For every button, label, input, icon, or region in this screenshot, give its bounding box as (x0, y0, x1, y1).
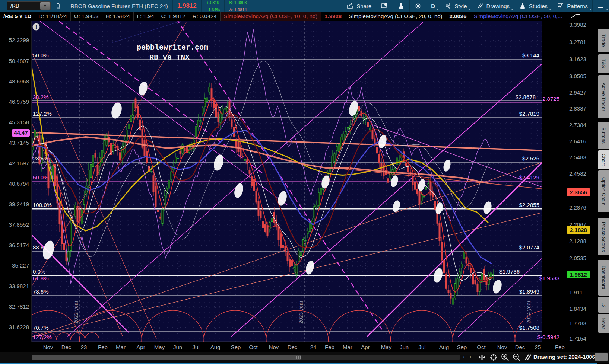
sma-study-label[interactable]: SimpleMovingAvg (CLOSE, 20, 0, no) (345, 12, 446, 21)
time-axis-label: Apr (136, 344, 145, 350)
chart-scrollbar[interactable] (32, 355, 460, 360)
time-axis-label: Sep (457, 344, 467, 350)
bid-ask: B: 1.9808A: 1.9814 (225, 0, 251, 12)
chart-info-icon[interactable]: ! (33, 23, 40, 31)
time-axis-label: Jul (192, 344, 199, 350)
link-channel-icon[interactable] (51, 0, 66, 12)
sidebar-tab-news[interactable]: News (598, 314, 609, 333)
style-button[interactable]: Style (440, 0, 471, 12)
settings-button[interactable] (410, 0, 426, 12)
chart-canvas[interactable]: 2022 year2023 year2024 year50.0%$3.14438… (0, 21, 597, 342)
time-axis-label: Apr (361, 344, 369, 350)
sma-study-label[interactable]: SimpleMovingAvg (CLOSE, 50, 0,... (470, 12, 566, 21)
right-axis-tick: 3.1623 (569, 56, 586, 62)
year-label: 2024 year (526, 300, 532, 324)
svg-text:0.0%: 0.0% (33, 268, 45, 275)
chart-menu-button[interactable] (593, 0, 609, 12)
time-axis-label: Nov (497, 344, 507, 350)
gear-icon (414, 3, 422, 9)
scrollbar-thumb[interactable] (32, 355, 301, 360)
sidebar-tab-buttons[interactable]: Buttons (598, 122, 609, 149)
candlestick-icon (444, 3, 452, 9)
svg-text:$2.4129: $2.4129 (519, 174, 539, 181)
share-button[interactable]: Share (342, 0, 376, 12)
ohlc-segment: H: 1.9824 (102, 12, 134, 21)
time-axis[interactable]: NovDec23FebMarAprMayJunJulAugSepOctNovDe… (0, 342, 597, 352)
left-axis-tick: 50.4807 (9, 58, 29, 64)
left-axis-tick: 32.7812 (9, 303, 29, 310)
svg-text:127.2%: 127.2% (33, 111, 52, 117)
sidebar-tab-dashboard[interactable]: Dashboard (598, 260, 609, 296)
bottom-control-bar: ‹ › Drawing set: 2024-1006 (0, 352, 609, 363)
sidebar-tab-active-trader[interactable]: Active Trader (598, 75, 609, 118)
sma-study-value: 2.0026 (446, 12, 470, 21)
time-axis-label: Dec (515, 344, 525, 350)
svg-text:$2.2855: $2.2855 (519, 202, 539, 208)
svg-text:61.8%: 61.8% (33, 275, 49, 281)
sidebar-tab-trade[interactable]: Trade (598, 29, 609, 52)
zoom-in-icon[interactable] (501, 353, 510, 361)
time-axis-label: May (381, 344, 391, 350)
svg-text:$-0.5942: $-0.5942 (537, 334, 559, 340)
sma-study-value: 1.9928 (321, 12, 345, 21)
sidebar-tab-t-s[interactable]: T&S (598, 54, 609, 73)
sidebar-tab-chart[interactable]: Chart (598, 150, 609, 169)
flask-icon (397, 3, 405, 9)
year-label: 2022 year (73, 300, 79, 324)
chart-describer-button[interactable]: i (376, 0, 393, 12)
time-axis-label: Mar (343, 344, 352, 350)
right-axis-tick: 2.0535 (569, 255, 586, 261)
time-axis-label: Feb (98, 344, 108, 350)
timeframe-button[interactable]: D (426, 0, 440, 12)
time-axis-label: Sep (231, 344, 241, 350)
left-axis-tick: 43.7145 (9, 140, 29, 146)
studies-button[interactable]: Studies (514, 0, 552, 12)
scroll-left-button[interactable]: ‹ (463, 354, 465, 360)
ohlc-segment: /RB 5 Y 1D (0, 12, 35, 21)
year-label: 2023 year (298, 300, 304, 324)
left-axis-tick: 33.9821 (9, 283, 29, 289)
svg-text:38.2%: 38.2% (33, 94, 49, 100)
time-axis-label: Feb (555, 344, 565, 350)
symbol-input[interactable]: /RB ▼ (7, 1, 51, 10)
right-axis-badge: 1.9812 (570, 271, 587, 278)
right-axis-tick: 3.2781 (569, 39, 586, 45)
time-axis-label: 24 (310, 344, 317, 350)
time-axis-label: Jun (173, 344, 182, 350)
right-axis-tick: 3.0505 (569, 73, 586, 79)
price-change: +.0319+1.64% (202, 0, 225, 12)
sidebar-tab-option-chain[interactable]: Option Chain (598, 170, 609, 212)
right-axis-tick: 2.2876 (569, 204, 586, 211)
sma-study-label[interactable]: SimpleMovingAvg (CLOSE, 10, 0, no) (221, 12, 321, 21)
zoom-out-icon[interactable] (512, 353, 521, 361)
svg-text:50.0%: 50.0% (33, 52, 49, 58)
expand-horizontal-icon[interactable] (478, 353, 486, 361)
patterns-button[interactable]: Patterns (552, 0, 592, 12)
time-axis-label: Jul (418, 344, 425, 350)
ohlc-segment: R: 0.0424 (189, 12, 221, 21)
drawing-set-selector[interactable]: Drawing set: 2024-1006 (533, 354, 600, 360)
hamburger-menu-icon (597, 3, 605, 9)
time-axis-label: Mar (116, 344, 126, 350)
right-axis-tick: 2.9427 (569, 89, 586, 96)
drawing-tools-icon[interactable] (523, 353, 532, 361)
symbol-value[interactable]: /RB (7, 3, 40, 9)
right-axis-tick: 1.7783 (569, 320, 586, 326)
right-sidebar-tabs: TradeT&SActive TraderButtonsChartOption … (597, 12, 609, 364)
symbol-dropdown-button[interactable]: ▼ (40, 2, 50, 10)
sidebar-tab-phase-scores[interactable]: Phase Scores (598, 218, 609, 255)
analyze-button[interactable] (393, 0, 409, 12)
svg-text:$1.9533: $1.9533 (539, 275, 559, 281)
time-axis-label: Nov (269, 344, 279, 350)
sidebar-tab-l2[interactable]: L2 (598, 297, 609, 313)
beta-weight-icon[interactable] (571, 12, 580, 21)
drawings-button[interactable]: Drawings (472, 0, 514, 12)
note-info-icon: i (381, 3, 388, 9)
right-axis-tick: 2.8387 (569, 105, 586, 112)
left-axis-tick: 52.3299 (9, 37, 29, 43)
crosshair-position-icon[interactable] (489, 353, 498, 361)
scrollbar-grip[interactable] (296, 356, 301, 359)
scroll-right-button[interactable]: › (470, 354, 472, 360)
svg-text:88.6: 88.6 (33, 244, 44, 250)
svg-text:$2.7819: $2.7819 (519, 111, 539, 117)
